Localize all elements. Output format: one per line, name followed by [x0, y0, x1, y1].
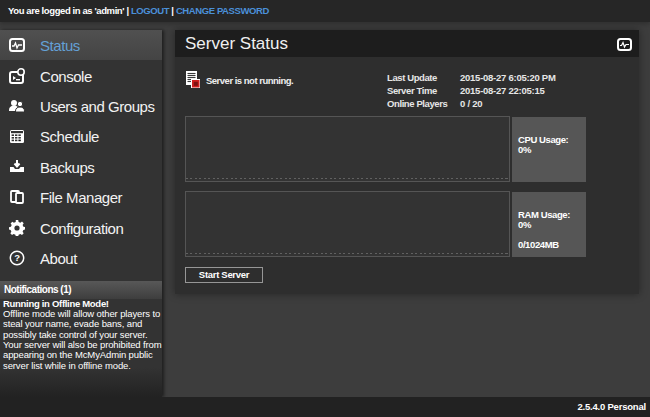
svg-text:?: ? [14, 252, 20, 263]
